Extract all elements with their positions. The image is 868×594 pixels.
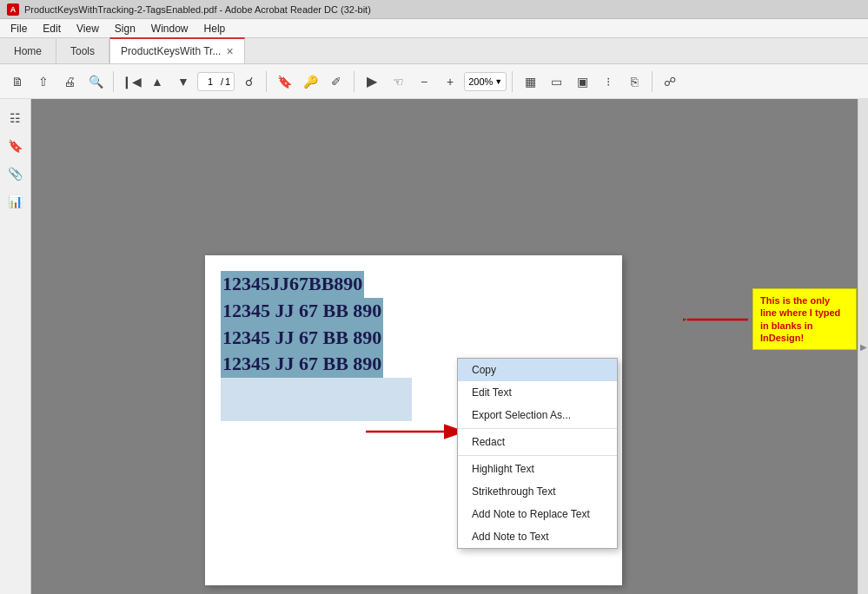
page-sep: / <box>221 76 223 87</box>
context-menu: Copy Edit Text Export Selection As... Re… <box>457 358 618 549</box>
ctx-sep-1 <box>458 428 617 429</box>
zoom-in[interactable]: + <box>438 69 462 94</box>
separator-1 <box>113 71 114 92</box>
title-bar: A ProductKeysWithTracking-2-TagsEnabled.… <box>0 0 868 19</box>
sidebar: ☷ 🔖 📎 📊 <box>0 99 31 594</box>
ctx-copy[interactable]: Copy <box>458 359 617 381</box>
zoom-dropdown-icon: ▼ <box>494 77 502 86</box>
tab-bar: Home Tools ProductKeysWith Tr... × <box>0 38 868 64</box>
ctx-sep-2 <box>458 455 617 456</box>
grid-view[interactable]: ⁝ <box>596 69 620 94</box>
separator-5 <box>652 71 653 92</box>
zoom-out[interactable]: − <box>412 69 436 94</box>
sign-button[interactable]: ✐ <box>324 69 348 94</box>
menu-edit[interactable]: Edit <box>36 21 68 36</box>
page-nav: 1 / 1 <box>197 72 235 91</box>
separator-2 <box>266 71 267 92</box>
tab-home[interactable]: Home <box>0 39 56 63</box>
toolbar: 🗎 ⇧ 🖨 🔍 ❙◀ ▲ ▼ 1 / 1 ☌ 🔖 🔑 ✐ ▶ ☜ − + 200… <box>0 64 868 99</box>
menu-sign[interactable]: Sign <box>108 21 142 36</box>
menu-window[interactable]: Window <box>144 21 195 36</box>
create-button[interactable]: 🗎 <box>5 69 30 94</box>
right-panel-toggle[interactable]: ▶ <box>858 99 868 594</box>
zoom-out-search[interactable]: 🔍 <box>83 69 108 94</box>
comment-button[interactable]: ☍ <box>658 69 682 94</box>
separator-3 <box>354 71 354 92</box>
bookmark-view[interactable]: 🔖 <box>272 69 296 94</box>
menu-file[interactable]: File <box>3 21 34 36</box>
pdf-text-content: 12345JJ67BB890 12345 JJ 67 BB 890 12345 … <box>214 264 419 428</box>
pdf-empty-selection <box>221 378 412 421</box>
pdf-line-4: 12345 JJ 67 BB 890 <box>221 351 383 378</box>
page-input[interactable]: 1 <box>202 76 219 87</box>
sidebar-layers[interactable]: 📊 <box>3 189 28 214</box>
tab-tools[interactable]: Tools <box>56 39 109 63</box>
next-page[interactable]: ▼ <box>171 69 195 94</box>
main-area: ☷ 🔖 📎 📊 ◀ 12345JJ67BB890 12345 JJ 67 BB … <box>0 99 868 594</box>
page-total: 1 <box>225 76 230 87</box>
pdf-line-2: 12345 JJ 67 BB 890 <box>221 298 383 325</box>
menu-view[interactable]: View <box>70 21 106 36</box>
prev-page[interactable]: ▲ <box>145 69 169 94</box>
page-width[interactable]: ▭ <box>544 69 568 94</box>
annotation-note: This is the only line where I typed in b… <box>752 288 857 350</box>
ctx-highlight-text[interactable]: Highlight Text <box>458 458 617 480</box>
ctx-add-note-replace[interactable]: Add Note to Replace Text <box>458 503 617 525</box>
cursor-tool[interactable]: ▶ <box>360 69 384 94</box>
annotation-container: This is the only line where I typed in b… <box>683 288 857 350</box>
menu-bar: File Edit View Sign Window Help <box>0 19 868 38</box>
sidebar-attachments[interactable]: 📎 <box>3 162 28 186</box>
pdf-line-1: 12345JJ67BB890 <box>221 271 364 298</box>
sidebar-pages[interactable]: ☷ <box>3 106 28 130</box>
zoom-selector[interactable]: 200% ▼ <box>464 72 507 91</box>
hand-tool[interactable]: ☜ <box>386 69 410 94</box>
two-page[interactable]: ▣ <box>570 69 594 94</box>
tab-document[interactable]: ProductKeysWith Tr... × <box>109 37 245 63</box>
ctx-strikethrough-text[interactable]: Strikethrough Text <box>458 480 617 503</box>
tab-close-button[interactable]: × <box>226 45 233 57</box>
first-page[interactable]: ❙◀ <box>119 69 143 94</box>
share-button[interactable]: ⇧ <box>31 69 56 94</box>
sidebar-bookmarks[interactable]: 🔖 <box>3 134 28 158</box>
bookmark-add[interactable]: 🔑 <box>298 69 322 94</box>
menu-help[interactable]: Help <box>197 21 233 36</box>
ctx-edit-text[interactable]: Edit Text <box>458 381 617 404</box>
print-button[interactable]: 🖨 <box>57 69 82 94</box>
ctx-redact[interactable]: Redact <box>458 431 617 453</box>
fit-page[interactable]: ▦ <box>518 69 542 94</box>
window-title: ProductKeysWithTracking-2-TagsEnabled.pd… <box>24 4 371 15</box>
separator-4 <box>512 71 513 92</box>
content-area: 12345JJ67BB890 12345 JJ 67 BB 890 12345 … <box>31 99 858 594</box>
zoom-value: 200% <box>468 76 493 87</box>
keyboard-button[interactable]: ⎘ <box>622 69 646 94</box>
ctx-export-selection[interactable]: Export Selection As... <box>458 404 617 426</box>
pdf-line-3: 12345 JJ 67 BB 890 <box>221 325 383 352</box>
red-arrow-svg <box>683 307 752 333</box>
ctx-add-note[interactable]: Add Note to Text <box>458 525 617 548</box>
app-icon: A <box>7 3 19 16</box>
search-button[interactable]: ☌ <box>236 69 261 94</box>
